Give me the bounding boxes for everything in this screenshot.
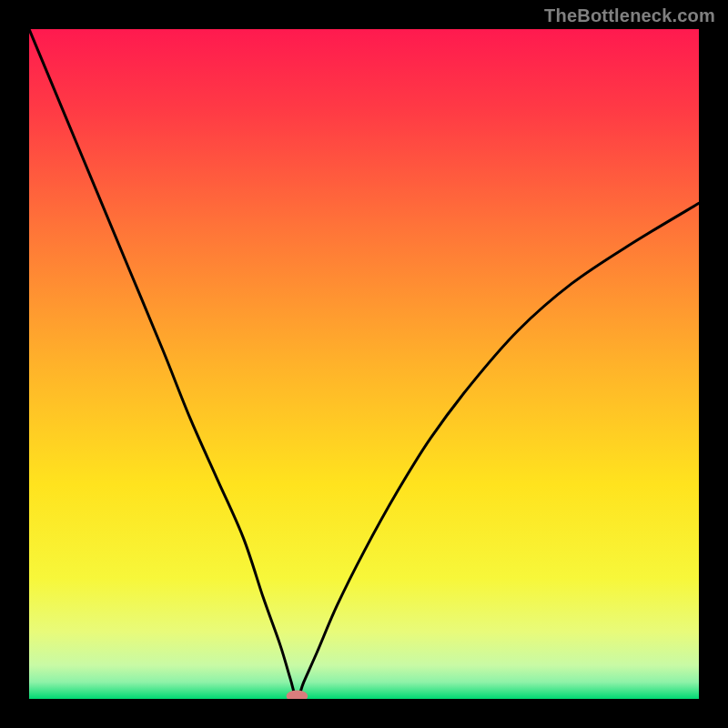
- plot-area: [29, 29, 699, 699]
- gradient-background: [29, 29, 699, 699]
- bottleneck-chart: [29, 29, 699, 699]
- chart-frame: TheBottleneck.com: [0, 0, 728, 728]
- attribution-label: TheBottleneck.com: [544, 5, 715, 26]
